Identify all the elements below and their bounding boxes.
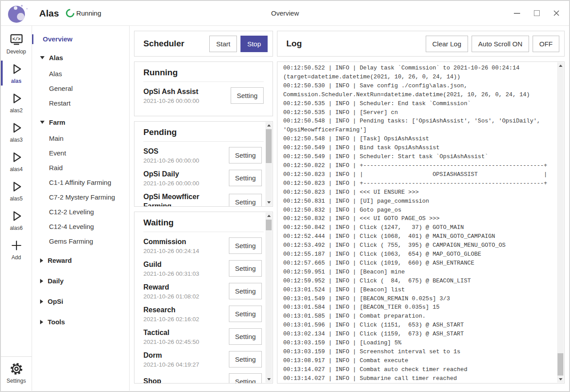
sidebar-item-label: alas [11,78,21,84]
play-icon [10,209,23,223]
chevron-icon [40,320,43,324]
nav-item-gems-farming[interactable]: Gems Farming [32,234,129,249]
task-next-run-time: 2021-10-26 00:00:00 [143,180,229,187]
task-row: OpSi Daily 2021-10-26 00:00:00 Setting [143,167,262,189]
log-line: 00:13:14.027 | INFO | Submarine call tim… [283,374,555,382]
sidebar-items: </> Develop alas alas2 alas3 alas4 alas5… [1,29,32,265]
log-line: 00:12:50.823 | INFO | +-----------------… [283,179,555,188]
waiting-panel: Waiting Commission 2021-10-26 00:24:14 S… [134,212,273,384]
nav-group-alas[interactable]: Alas [32,49,129,66]
nav-group-reward[interactable]: Reward [32,252,129,269]
nav-group-daily[interactable]: Daily [32,272,129,290]
log-line: 00:13:03.159 | INFO | [Loading] 5% [283,339,555,347]
log-panel-header: Log Clear Log Auto Scroll ON OFF [277,31,565,57]
scroll-up-icon[interactable] [265,122,272,129]
nav-item-overview[interactable]: Overview [32,32,129,46]
log-line: Commission.Scheduler.NextRun=datetime.da… [283,90,555,99]
pending-scrollbar[interactable] [265,122,272,206]
task-setting-button[interactable]: Setting [229,306,262,322]
task-setting-button[interactable]: Setting [231,87,264,104]
sidebar-item-develop[interactable]: </> Develop [1,29,32,59]
waiting-title: Waiting [134,218,273,232]
task-row: SOS 2021-10-26 00:00:00 Setting [143,144,262,167]
task-setting-button[interactable]: Setting [229,237,262,254]
running-task-list: OpSi Ash Assist 2021-10-26 00:00:00 Sett… [134,82,273,110]
sidebar-item-alas3[interactable]: alas3 [1,118,32,147]
scrollbar-thumb[interactable] [266,129,272,163]
task-setting-button[interactable]: Setting [229,170,262,186]
task-setting-button[interactable]: Setting [229,373,262,383]
nav-item-event[interactable]: Event [32,146,129,160]
task-setting-button[interactable]: Setting [229,351,262,368]
sidebar-item-alas[interactable]: alas [1,59,32,88]
running-spinner-icon [64,7,76,19]
play-icon [10,92,23,105]
task-setting-button[interactable]: Setting [229,260,262,277]
active-indicator [32,34,33,44]
log-title: Log [286,39,302,49]
task-row: OpSi Ash Assist 2021-10-26 00:00:00 Sett… [143,84,264,107]
task-name: Guild [143,260,229,269]
nav-item-c12-2-leveling[interactable]: C12-2 Leveling [32,204,129,219]
sidebar-item-label: Settings [7,378,26,384]
scroll-down-icon[interactable] [265,376,272,383]
scroll-up-icon[interactable] [265,212,272,219]
scroll-down-icon[interactable] [557,376,564,383]
nav-group-farm[interactable]: Farm [32,114,129,131]
task-name: Tactical [143,328,229,337]
log-line: 00:13:14.027 | INFO | Combat auto check … [283,365,555,374]
sidebar-item-add[interactable]: Add [1,235,32,265]
close-button[interactable] [550,7,563,20]
task-next-run-time: 2021-10-26 01:08:02 [143,293,229,300]
nav-item-raid[interactable]: Raid [32,160,129,175]
log-line: 00:12:50.548 | INFO | Pending tasks: ['O… [283,117,555,126]
nav-item-general[interactable]: General [32,81,129,96]
maximize-button[interactable] [530,7,543,20]
scrollbar-thumb[interactable] [558,353,563,376]
sidebar-item-alas5[interactable]: alas5 [1,176,32,206]
sidebar-item-settings[interactable]: Settings [1,356,32,388]
log-line: 00:13:03.159 | INFO | Screenshot interva… [283,347,555,356]
sidebar-item-alas2[interactable]: alas2 [1,88,32,118]
nav-group-label: Reward [48,257,72,264]
clear-log-button[interactable]: Clear Log [426,36,468,52]
nav-item-c7-2-mystery-farming[interactable]: C7-2 Mystery Farming [32,190,129,204]
task-name: OpSi Meowfficer Farming [143,192,229,206]
auto-scroll-off-button[interactable]: OFF [533,36,559,52]
title-bar: Alas Running Overview [1,1,569,26]
nav-group-label: Tools [48,318,65,326]
task-setting-button[interactable]: Setting [229,194,262,206]
task-setting-button[interactable]: Setting [229,283,262,299]
scheduler-status: Running [76,9,101,17]
scroll-down-icon[interactable] [265,199,272,206]
log-line: 00:13:02.134 | INFO | Click (1159, 673) … [283,330,555,339]
auto-scroll-on-button[interactable]: Auto Scroll ON [472,36,529,52]
task-setting-button[interactable]: Setting [229,147,262,163]
sidebar-item-alas6[interactable]: alas6 [1,206,32,235]
pending-title: Pending [134,127,273,141]
chevron-icon [40,258,43,263]
stop-button[interactable]: Stop [240,36,268,52]
nav-item-c12-4-leveling[interactable]: C12-4 Leveling [32,219,129,234]
nav-group-tools[interactable]: Tools [32,313,129,331]
nav-menu: Overview Alas AlasGeneralRestart Farm Ma… [32,26,130,391]
scroll-up-icon[interactable] [557,62,564,69]
log-scrollbar[interactable] [557,62,564,383]
sidebar-item-alas4[interactable]: alas4 [1,147,32,176]
scheduler-panel: Scheduler Start Stop [134,31,273,57]
task-next-run-time: 2021-10-26 02:16:02 [143,316,229,323]
start-button[interactable]: Start [209,36,237,52]
nav-item-main[interactable]: Main [32,131,129,146]
minimize-button[interactable] [510,7,524,20]
nav-item-restart[interactable]: Restart [32,96,129,110]
log-line: 00:12:50.822 | INFO | +-----------------… [283,161,555,170]
nav-item-alas[interactable]: Alas [32,66,129,81]
nav-group-opsi[interactable]: OpSi [32,293,129,310]
task-setting-button[interactable]: Setting [229,328,262,345]
chevron-icon [40,279,43,283]
nav-item-c1-1-affinity-farming[interactable]: C1-1 Affinity Farming [32,175,129,190]
close-icon [553,10,560,16]
waiting-scrollbar[interactable] [265,212,272,383]
sidebar-item-label: alas2 [10,107,23,114]
scrollbar-thumb[interactable] [266,220,272,230]
